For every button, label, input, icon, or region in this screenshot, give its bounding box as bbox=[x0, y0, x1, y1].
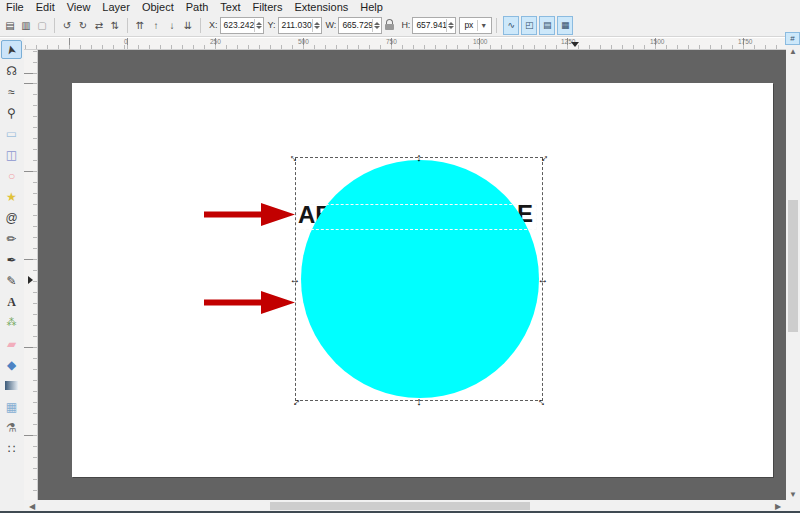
select-all-button[interactable]: ▤ bbox=[2, 15, 18, 35]
tool-bezier-pen[interactable]: ✒ bbox=[1, 250, 22, 269]
raise-icon: ↑ bbox=[154, 20, 159, 31]
w-field[interactable]: 665.729 bbox=[338, 17, 382, 34]
menu-layer[interactable]: Layer bbox=[96, 0, 136, 14]
inkscape-window: File Edit View Layer Object Path Text Fi… bbox=[0, 0, 800, 515]
raise-button[interactable]: ↑ bbox=[148, 15, 164, 35]
tool-selector[interactable]: ➤ bbox=[1, 40, 22, 59]
rectangle-icon: ▭ bbox=[6, 128, 17, 140]
select-all-layers-icon: ▥ bbox=[21, 20, 30, 31]
y-spinner[interactable] bbox=[312, 19, 321, 32]
ruler-label: 0 bbox=[124, 38, 128, 45]
menu-text[interactable]: Text bbox=[214, 0, 246, 14]
tool-node-editor[interactable]: ☊ bbox=[1, 61, 22, 80]
tool-paint-bucket[interactable]: ◆ bbox=[1, 355, 22, 374]
x-spinner[interactable] bbox=[254, 19, 263, 32]
eraser-icon: ▰ bbox=[7, 338, 16, 350]
tool-spiral[interactable]: @ bbox=[1, 208, 22, 227]
x-field[interactable]: 623.242 bbox=[220, 17, 264, 34]
paint-bucket-icon: ◆ bbox=[7, 359, 16, 371]
units-value: px bbox=[464, 20, 473, 30]
tool-mesh[interactable]: ▦ bbox=[1, 397, 22, 416]
raise-to-top-button[interactable]: ⇈ bbox=[132, 15, 148, 35]
snap-toolbar-button[interactable]: # bbox=[785, 32, 800, 45]
scale-handle-right[interactable] bbox=[537, 273, 549, 285]
text-tool-icon: A bbox=[7, 296, 16, 308]
vertical-scrollbar[interactable]: ▲ ▼ bbox=[786, 45, 800, 500]
h-spinner[interactable] bbox=[446, 19, 455, 32]
h-field-value[interactable]: 657.941 bbox=[413, 20, 446, 30]
menu-file[interactable]: File bbox=[0, 0, 30, 14]
tool-spray[interactable]: ⁂ bbox=[1, 313, 22, 332]
horizontal-scrollbar-thumb[interactable] bbox=[270, 502, 530, 510]
menu-view[interactable]: View bbox=[61, 0, 97, 14]
y-field[interactable]: 211.030 bbox=[278, 17, 322, 34]
deselect-button[interactable]: ▢ bbox=[34, 15, 50, 35]
w-spinner[interactable] bbox=[372, 19, 381, 32]
tool-3d-box[interactable]: ◫ bbox=[1, 145, 22, 164]
x-field-value[interactable]: 623.242 bbox=[221, 20, 254, 30]
lower-button[interactable]: ↓ bbox=[164, 15, 180, 35]
scale-handle-top[interactable] bbox=[413, 151, 425, 163]
tool-dropper[interactable]: ⚗ bbox=[1, 418, 22, 437]
y-field-value[interactable]: 211.030 bbox=[279, 20, 312, 30]
tool-gradient[interactable] bbox=[1, 376, 22, 395]
select-all-layers-button[interactable]: ▥ bbox=[18, 15, 34, 35]
star-icon: ★ bbox=[6, 191, 17, 203]
lower-to-bottom-icon: ⇊ bbox=[184, 20, 192, 31]
tool-star[interactable]: ★ bbox=[1, 187, 22, 206]
w-field-value[interactable]: 665.729 bbox=[339, 20, 372, 30]
menu-bar: File Edit View Layer Object Path Text Fi… bbox=[0, 0, 800, 14]
scale-stroke-toggle[interactable]: ∿ bbox=[503, 16, 519, 35]
flip-vertical-button[interactable]: ⇅ bbox=[107, 15, 123, 35]
scale-handle-left[interactable] bbox=[289, 273, 301, 285]
dropper-icon: ⚗ bbox=[6, 422, 17, 434]
rotate-cw-icon: ↻ bbox=[79, 20, 87, 31]
move-patterns-icon: ▦ bbox=[561, 20, 570, 30]
tool-calligraphy[interactable]: ✎ bbox=[1, 271, 22, 290]
toolbar-separator bbox=[200, 18, 201, 33]
canvas[interactable]: AB E bbox=[38, 50, 786, 500]
ruler-label: 1000 bbox=[473, 38, 487, 45]
vertical-scrollbar-thumb[interactable] bbox=[788, 200, 798, 332]
tool-tweak[interactable]: ≈ bbox=[1, 82, 22, 101]
move-gradients-toggle[interactable]: ▤ bbox=[539, 16, 555, 35]
bezier-pen-icon: ✒ bbox=[6, 254, 16, 266]
lower-to-bottom-button[interactable]: ⇊ bbox=[180, 15, 196, 35]
tool-connector[interactable]: ∷ bbox=[1, 439, 22, 458]
flip-horizontal-button[interactable]: ⇄ bbox=[91, 15, 107, 35]
raise-to-top-icon: ⇈ bbox=[136, 20, 144, 31]
toolbox: ➤ ☊ ≈ ⚲ ▭ ◫ ○ ★ @ ✏ ✒ ✎ A ⁂ ▰ ◆ ▦ ⚗ ∷ bbox=[0, 38, 24, 512]
select-all-icon: ▤ bbox=[5, 20, 14, 31]
units-dropdown[interactable]: px▼ bbox=[459, 17, 492, 34]
scroll-up-icon[interactable]: ▲ bbox=[786, 45, 800, 57]
annotation-arrow bbox=[204, 201, 296, 228]
menu-edit[interactable]: Edit bbox=[30, 0, 61, 14]
flip-horizontal-icon: ⇄ bbox=[95, 20, 103, 31]
move-patterns-toggle[interactable]: ▦ bbox=[557, 16, 573, 35]
toolbar-separator bbox=[127, 18, 128, 33]
lock-ratio-icon[interactable] bbox=[384, 19, 395, 31]
scroll-down-icon[interactable]: ▼ bbox=[786, 488, 800, 500]
tool-eraser[interactable]: ▰ bbox=[1, 334, 22, 353]
menu-extensions[interactable]: Extensions bbox=[288, 0, 354, 14]
rotate-ccw-button[interactable]: ↺ bbox=[59, 15, 75, 35]
menu-path[interactable]: Path bbox=[180, 0, 215, 14]
h-field[interactable]: 657.941 bbox=[412, 17, 456, 34]
pencil-icon: ✏ bbox=[6, 233, 16, 245]
tool-text[interactable]: A bbox=[1, 292, 22, 311]
scale-corners-toggle[interactable]: ◰ bbox=[521, 16, 537, 35]
menu-object[interactable]: Object bbox=[136, 0, 180, 14]
menu-help[interactable]: Help bbox=[354, 0, 389, 14]
tool-pencil[interactable]: ✏ bbox=[1, 229, 22, 248]
scale-handle-bottom[interactable] bbox=[413, 395, 425, 407]
horizontal-ruler[interactable]: 0 250 500 750 1000 1250 1500 1750 bbox=[24, 38, 786, 50]
tool-ellipse[interactable]: ○ bbox=[1, 166, 22, 185]
tool-rectangle[interactable]: ▭ bbox=[1, 124, 22, 143]
lower-icon: ↓ bbox=[170, 20, 175, 31]
scale-stroke-icon: ∿ bbox=[508, 20, 516, 30]
vertical-ruler[interactable] bbox=[24, 50, 38, 500]
rotate-cw-button[interactable]: ↻ bbox=[75, 15, 91, 35]
y-field-label: Y: bbox=[268, 20, 276, 30]
tool-zoom[interactable]: ⚲ bbox=[1, 103, 22, 122]
menu-filters[interactable]: Filters bbox=[247, 0, 289, 14]
